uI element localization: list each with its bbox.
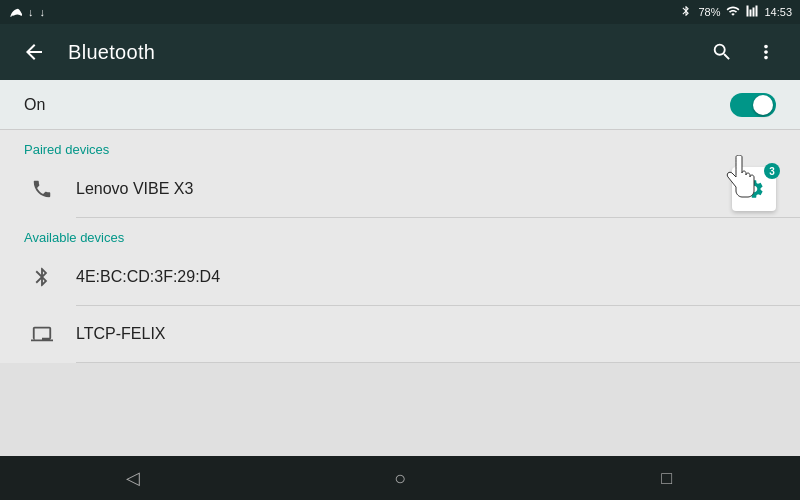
- list-item[interactable]: 4E:BC:CD:3F:29:D4: [0, 249, 800, 305]
- bt-status-icon: [680, 4, 692, 20]
- app-bar-actions: [704, 34, 784, 70]
- bluetooth-toggle-label: On: [24, 96, 45, 114]
- phone-icon: [24, 178, 60, 200]
- download2-icon: ↓: [40, 6, 46, 18]
- back-nav-icon: ◁: [126, 467, 140, 489]
- paired-devices-header: Paired devices: [0, 130, 800, 161]
- divider: [76, 362, 800, 363]
- device-name: LTCP-FELIX: [76, 325, 776, 343]
- list-item[interactable]: LTCP-FELIX: [0, 306, 800, 362]
- list-item[interactable]: Lenovo VIBE X3 3: [0, 161, 800, 217]
- device-settings-action: 3: [732, 167, 776, 211]
- notification-badge: 3: [764, 163, 780, 179]
- laptop-icon: [24, 323, 60, 345]
- usb-icon: [8, 4, 22, 20]
- back-nav-button[interactable]: ◁: [103, 456, 163, 500]
- wifi-status-icon: [726, 4, 740, 20]
- status-bar: ↓ ↓ 78% 14:53: [0, 0, 800, 24]
- signal-icon: [746, 4, 758, 20]
- search-button[interactable]: [704, 34, 740, 70]
- recents-nav-icon: □: [661, 468, 672, 489]
- nav-bar: ◁ ○ □: [0, 456, 800, 500]
- recents-nav-button[interactable]: □: [637, 456, 697, 500]
- back-button[interactable]: [16, 34, 52, 70]
- device-name: 4E:BC:CD:3F:29:D4: [76, 268, 776, 286]
- bluetooth-toggle-switch[interactable]: [730, 93, 776, 117]
- page-title: Bluetooth: [68, 41, 704, 64]
- more-options-button[interactable]: [748, 34, 784, 70]
- home-nav-icon: ○: [394, 467, 406, 490]
- time: 14:53: [764, 6, 792, 18]
- bluetooth-device-icon: [24, 266, 60, 288]
- content-area: Paired devices Lenovo VIBE X3 3 Availabl…: [0, 130, 800, 363]
- settings-button[interactable]: 3: [732, 167, 776, 211]
- home-nav-button[interactable]: ○: [370, 456, 430, 500]
- download-icon: ↓: [28, 6, 34, 18]
- device-name: Lenovo VIBE X3: [76, 180, 732, 198]
- app-bar: Bluetooth: [0, 24, 800, 80]
- bluetooth-toggle-row[interactable]: On: [0, 80, 800, 130]
- status-bar-left: ↓ ↓: [8, 4, 45, 20]
- toggle-thumb: [753, 95, 773, 115]
- battery-status: 78%: [698, 6, 720, 18]
- status-bar-right: 78% 14:53: [680, 4, 792, 20]
- available-devices-header: Available devices: [0, 218, 800, 249]
